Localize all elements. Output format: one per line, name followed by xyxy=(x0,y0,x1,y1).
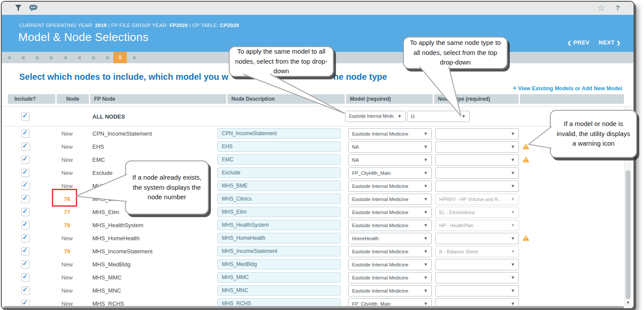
model-dropdown[interactable]: NA▼ xyxy=(348,154,432,166)
node-type-value: B - Balance Sheet xyxy=(439,246,507,257)
node-description-input[interactable]: EMC xyxy=(217,154,341,165)
node-description-input[interactable]: MHS_IncomeStatement xyxy=(217,246,341,256)
chevron-down-icon: ▼ xyxy=(511,246,515,257)
check-icon: ✓ xyxy=(22,155,29,163)
node-type-dropdown[interactable]: ▼ xyxy=(435,167,519,179)
horizontal-scrollbar-thumb[interactable] xyxy=(3,306,624,309)
step-square[interactable] xyxy=(50,56,53,59)
row-include-checkbox[interactable]: ✓ xyxy=(21,195,30,203)
row-include-checkbox[interactable]: ✓ xyxy=(21,182,30,190)
view-models-link[interactable]: +View Existing Models or Add New Model xyxy=(513,85,622,92)
row-include-checkbox[interactable]: ✓ xyxy=(21,143,30,151)
model-dropdown[interactable]: Eastside Internal Medicine▼ xyxy=(348,181,432,192)
chevron-down-icon: ▼ xyxy=(424,233,428,244)
model-dropdown[interactable]: Eastside Internal Medicine▼ xyxy=(348,128,432,140)
node-description-input[interactable]: CPN_IncomeStatement xyxy=(217,128,341,139)
context-meta: CURRENT OPERATING YEAR: 2019 | FP FILE G… xyxy=(19,23,239,28)
fp-node-cell: MHS_HealthSystem xyxy=(92,222,143,228)
comments-icon[interactable] xyxy=(29,4,38,14)
node-type-value: HP - HealthPlan xyxy=(439,220,507,231)
node-type-dropdown[interactable]: ▼ xyxy=(435,141,519,153)
node-description-input[interactable]: MHS_Clinics xyxy=(217,194,341,204)
check-icon: ✓ xyxy=(22,246,29,254)
filter-icon[interactable] xyxy=(15,4,22,14)
step-square[interactable] xyxy=(133,56,136,59)
model-dropdown[interactable]: Eastside Internal Medicine▼ xyxy=(348,194,432,205)
horizontal-scrollbar[interactable] xyxy=(2,306,632,309)
node-type-dropdown[interactable]: ▼ xyxy=(435,233,519,244)
scroll-down-arrow-icon[interactable]: ▼ xyxy=(625,300,631,306)
help-icon[interactable]: ? xyxy=(616,4,620,11)
node-description-input[interactable]: MHS_BME xyxy=(217,181,341,191)
row-include-checkbox[interactable]: ✓ xyxy=(21,234,30,242)
step-square[interactable] xyxy=(92,56,95,59)
row-include-checkbox[interactable]: ✓ xyxy=(21,169,30,177)
model-dropdown[interactable]: Eastside Internal Medicine▼ xyxy=(348,285,432,296)
top-toolbar: ☆ ? xyxy=(2,2,634,15)
model-value: NA xyxy=(352,142,420,152)
table-row: ✓NewCPN_IncomeStatementCPN_IncomeStateme… xyxy=(2,127,624,140)
chevron-down-icon: ▼ xyxy=(424,194,428,204)
row-include-checkbox[interactable]: ✓ xyxy=(21,273,30,282)
node-type-dropdown[interactable]: ▼ xyxy=(435,181,519,192)
node-description-input[interactable]: MHS_MMC xyxy=(217,272,341,283)
node-description-input[interactable]: MHS_HealthSystem xyxy=(217,220,341,230)
all-nodes-include-checkbox[interactable]: ✓ xyxy=(21,112,30,121)
row-include-checkbox[interactable]: ✓ xyxy=(21,286,30,295)
all-nodes-model-dropdown[interactable]: Eastside Internal Medicine ▼ xyxy=(345,111,406,122)
next-button[interactable]: NEXT ❯ xyxy=(599,39,621,46)
node-description-input[interactable]: MHS_MedBldg xyxy=(217,259,341,269)
model-dropdown[interactable]: Eastside Internal Medicine▼ xyxy=(348,272,432,283)
model-dropdown[interactable]: NA▼ xyxy=(348,141,432,153)
row-include-checkbox[interactable]: ✓ xyxy=(21,129,30,138)
model-dropdown[interactable]: FP_CityHlth_Main▼ xyxy=(348,167,432,179)
table-row: ✓NewEHSEHSNA▼▼ xyxy=(2,140,624,153)
all-nodes-node-type-dropdown[interactable]: O ▼ xyxy=(407,111,470,122)
check-icon: ✓ xyxy=(22,233,29,241)
vertical-scrollbar-thumb[interactable] xyxy=(626,170,630,299)
chevron-down-icon: ▼ xyxy=(424,155,428,165)
step-square[interactable] xyxy=(64,56,67,59)
node-description-input[interactable]: EHS xyxy=(217,141,341,152)
node-type-dropdown[interactable]: ▼ xyxy=(435,128,519,140)
chevron-down-icon: ▼ xyxy=(511,168,515,178)
model-value: Eastside Internal Medicine xyxy=(352,129,420,139)
model-dropdown[interactable]: Eastside Internal Medicine▼ xyxy=(348,246,432,257)
row-include-checkbox[interactable]: ✓ xyxy=(21,156,30,164)
node-type-dropdown[interactable]: ▼ xyxy=(435,154,519,166)
node-type-dropdown[interactable]: EL - Eliminations▼ xyxy=(435,207,519,218)
step-current[interactable]: 9 xyxy=(113,52,127,63)
node-description-input[interactable]: MHS_Elim xyxy=(217,207,341,217)
node-description-input[interactable]: MHS_MNC xyxy=(217,285,341,296)
node-description-input[interactable]: MHS_HomeHealth xyxy=(217,233,341,243)
col-header-fp-node: FP Node xyxy=(90,94,226,104)
row-include-checkbox[interactable]: ✓ xyxy=(21,208,30,216)
node-type-dropdown[interactable]: HP - HealthPlan▼ xyxy=(435,220,519,231)
step-square[interactable] xyxy=(8,56,11,59)
node-type-dropdown[interactable]: ▼ xyxy=(435,272,519,283)
node-type-dropdown[interactable]: ▼ xyxy=(435,259,519,270)
table-row: ✓NewMHS_BMEMHS_BMEEastside Internal Medi… xyxy=(2,179,624,192)
step-square[interactable] xyxy=(36,56,39,59)
chevron-down-icon: ▼ xyxy=(424,181,428,191)
node-type-dropdown[interactable]: ▼ xyxy=(435,285,519,296)
row-include-checkbox[interactable]: ✓ xyxy=(21,247,30,255)
row-include-checkbox[interactable]: ✓ xyxy=(21,221,30,229)
step-square[interactable] xyxy=(78,56,81,59)
chevron-down-icon: ▼ xyxy=(397,111,402,122)
model-dropdown[interactable]: Eastside Internal Medicine▼ xyxy=(348,207,432,218)
prev-button[interactable]: ❮ PREV xyxy=(567,39,590,46)
node-number-cell: New xyxy=(47,274,87,281)
row-include-checkbox[interactable]: ✓ xyxy=(21,260,30,269)
table-row: ✓NewEMCEMCNA▼▼ xyxy=(2,153,624,166)
step-square[interactable] xyxy=(22,56,25,59)
model-dropdown[interactable]: Eastside Internal Medicine▼ xyxy=(348,259,432,270)
model-dropdown[interactable]: HomeHealth▼ xyxy=(348,233,432,244)
node-type-dropdown[interactable]: HPREV - HP Volume and R...▼ xyxy=(435,194,519,205)
step-square[interactable] xyxy=(106,56,109,59)
node-type-dropdown[interactable]: B - Balance Sheet▼ xyxy=(435,246,519,257)
favorite-star-icon[interactable]: ☆ xyxy=(597,3,605,14)
model-dropdown[interactable]: Eastside Internal Medicine▼ xyxy=(348,220,432,231)
node-description-input[interactable]: Exclude xyxy=(217,167,341,178)
chevron-down-icon: ▼ xyxy=(424,286,428,296)
